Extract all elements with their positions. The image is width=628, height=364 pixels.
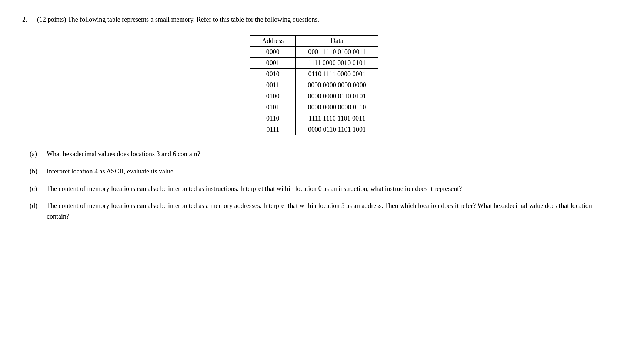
- sub-question-text: The content of memory locations can also…: [47, 183, 606, 194]
- table-header-row: Address Data: [250, 36, 378, 47]
- table-row: 01101111 1110 1101 0011: [250, 113, 378, 124]
- sub-question-label: (a): [30, 149, 47, 159]
- question-intro-body: The following table represents a small m…: [68, 16, 320, 23]
- question-header: 2. (12 points) The following table repre…: [22, 15, 606, 25]
- table-cell-address: 0010: [250, 69, 296, 80]
- table-cell-data: 1111 1110 1101 0011: [296, 113, 378, 124]
- sub-question-text: Interpret location 4 as ASCII, evaluate …: [47, 166, 606, 177]
- sub-question-label: (b): [30, 166, 47, 177]
- table-cell-data: 0000 0000 0000 0110: [296, 102, 378, 113]
- sub-question-label: (c): [30, 183, 47, 194]
- table-cell-data: 1111 0000 0010 0101: [296, 58, 378, 69]
- sub-question-text: What hexadecimal values does locations 3…: [47, 149, 606, 159]
- table-cell-data: 0001 1110 0100 0011: [296, 47, 378, 58]
- sub-question-label: (d): [30, 200, 47, 211]
- table-cell-data: 0110 1111 0000 0001: [296, 69, 378, 80]
- table-row: 01010000 0000 0000 0110: [250, 102, 378, 113]
- sub-question-d: (d)The content of memory locations can a…: [30, 200, 606, 222]
- table-cell-address: 0110: [250, 113, 296, 124]
- table-wrapper: Address Data 00000001 1110 0100 00110001…: [22, 35, 606, 135]
- question-points: (12 points): [37, 16, 66, 23]
- sub-question-c: (c)The content of memory locations can a…: [30, 183, 606, 194]
- question-intro: (12 points) The following table represen…: [37, 15, 606, 25]
- table-cell-data: 0000 0110 1101 1001: [296, 124, 378, 135]
- table-row: 01000000 0000 0110 0101: [250, 91, 378, 102]
- table-cell-data: 0000 0000 0000 0000: [296, 80, 378, 91]
- sub-question-a: (a)What hexadecimal values does location…: [30, 149, 606, 159]
- question-container: 2. (12 points) The following table repre…: [22, 15, 606, 222]
- table-row: 01110000 0110 1101 1001: [250, 124, 378, 135]
- table-row: 00011111 0000 0010 0101: [250, 58, 378, 69]
- table-row: 00000001 1110 0100 0011: [250, 47, 378, 58]
- table-cell-data: 0000 0000 0110 0101: [296, 91, 378, 102]
- table-cell-address: 0001: [250, 58, 296, 69]
- col-address-header: Address: [250, 36, 296, 47]
- sub-question-text: The content of memory locations can also…: [47, 200, 606, 222]
- table-cell-address: 0101: [250, 102, 296, 113]
- col-data-header: Data: [296, 36, 378, 47]
- memory-table: Address Data 00000001 1110 0100 00110001…: [250, 35, 378, 135]
- sub-question-b: (b)Interpret location 4 as ASCII, evalua…: [30, 166, 606, 177]
- table-body: 00000001 1110 0100 001100011111 0000 001…: [250, 47, 378, 135]
- sub-questions: (a)What hexadecimal values does location…: [30, 149, 606, 222]
- table-cell-address: 0011: [250, 80, 296, 91]
- question-number: 2.: [22, 15, 37, 25]
- table-cell-address: 0000: [250, 47, 296, 58]
- table-row: 00100110 1111 0000 0001: [250, 69, 378, 80]
- table-cell-address: 0100: [250, 91, 296, 102]
- table-cell-address: 0111: [250, 124, 296, 135]
- table-row: 00110000 0000 0000 0000: [250, 80, 378, 91]
